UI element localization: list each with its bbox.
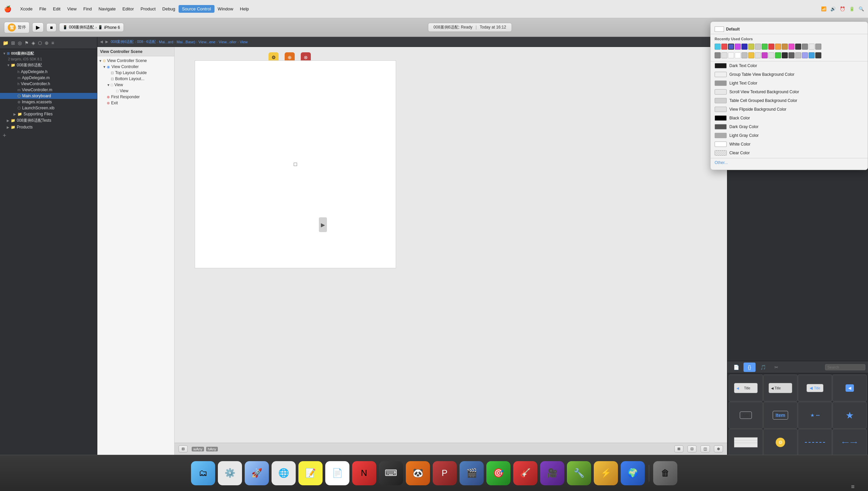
- swatch-red[interactable]: [721, 44, 727, 50]
- menubar-product[interactable]: Product: [137, 5, 159, 13]
- dock-app11[interactable]: 🌍: [621, 461, 645, 485]
- outline-exit[interactable]: ⊗ Exit: [97, 100, 174, 106]
- swatch-dark-blue[interactable]: [741, 44, 748, 50]
- color-item-view-flipside[interactable]: View Flipside Background Color: [711, 105, 868, 114]
- swatch-light-gray[interactable]: [755, 44, 761, 50]
- nav-tests-group[interactable]: ▶ 📁 008案例6适配Tests: [0, 117, 97, 124]
- dock-app3[interactable]: 🐼: [406, 461, 430, 485]
- swatch2-3[interactable]: [728, 52, 734, 58]
- swatch2-4[interactable]: [735, 52, 741, 58]
- lib-tab-objects[interactable]: {}: [743, 363, 756, 372]
- folder-icon[interactable]: 📁: [3, 40, 8, 46]
- lib-item-navbar[interactable]: ◀ Title: [729, 375, 763, 401]
- swatch2-9[interactable]: [768, 52, 775, 58]
- menubar-help[interactable]: Help: [237, 5, 252, 13]
- dock-stickies[interactable]: 📝: [298, 461, 323, 485]
- menubar-window[interactable]: Window: [215, 5, 237, 13]
- menubar-navigate[interactable]: Navigate: [95, 5, 119, 13]
- swatch-yellow[interactable]: [748, 44, 754, 50]
- apple-menu[interactable]: 🍎: [4, 5, 11, 13]
- swatch-near-white[interactable]: [809, 44, 815, 50]
- dock-launchpad[interactable]: 🚀: [245, 461, 269, 485]
- swatch-brown[interactable]: [782, 44, 788, 50]
- color-item-light-gray[interactable]: Light Gray Color: [711, 131, 868, 140]
- dock-app5[interactable]: 🎬: [460, 461, 484, 485]
- color-item-scroll-view[interactable]: Scroll View Textured Background Color: [711, 88, 868, 96]
- stop-button[interactable]: ■: [46, 23, 56, 32]
- nav-project-root[interactable]: ▼ ⊞ 008案例6适配: [0, 50, 97, 57]
- menubar-xcode[interactable]: Xcode: [17, 5, 36, 13]
- color-item-white[interactable]: White Color: [711, 140, 868, 149]
- menubar-find[interactable]: Find: [80, 5, 95, 13]
- lib-tab-media[interactable]: 🎵: [757, 363, 769, 372]
- breadcrumb-part-1[interactable]: 008案例6适配: [111, 39, 134, 44]
- dock-app2[interactable]: ⌨: [379, 461, 403, 485]
- swatch2-12[interactable]: [788, 52, 794, 58]
- swatch-pink[interactable]: [788, 44, 794, 50]
- dock-textedit[interactable]: 📄: [325, 461, 349, 485]
- breadcrumb-nav-fwd[interactable]: ▶: [105, 39, 108, 44]
- swatch-green[interactable]: [762, 44, 768, 50]
- canvas-scale-btn[interactable]: ⊡: [687, 445, 697, 453]
- swatch2-7[interactable]: [755, 52, 761, 58]
- swatch2-1[interactable]: [714, 52, 721, 58]
- nav-supporting-files[interactable]: ▶ 📁 Supporting Files: [0, 111, 97, 117]
- dock-app9[interactable]: 🔧: [567, 461, 591, 485]
- nav-add-group-btn[interactable]: +: [3, 132, 6, 139]
- menubar-edit[interactable]: Edit: [50, 5, 64, 13]
- menubar-debug[interactable]: Debug: [159, 5, 179, 13]
- color-item-table-cell[interactable]: Table Cell Grouped Background Color: [711, 96, 868, 105]
- lib-item-table[interactable]: [729, 429, 763, 456]
- color-item-clear[interactable]: Clear Color: [711, 149, 868, 157]
- swatch2-14[interactable]: [802, 52, 808, 58]
- nav-products-group[interactable]: ▶ 📁 Products: [0, 124, 97, 130]
- swatch-red2[interactable]: [768, 44, 775, 50]
- color-item-light-text[interactable]: Light Text Color: [711, 79, 868, 88]
- lib-item-back-btn[interactable]: ◀ Title: [798, 375, 832, 401]
- color-item-black[interactable]: Black Color: [711, 114, 868, 122]
- outline-vc[interactable]: ▼ ◉ View Controller: [97, 64, 174, 70]
- swatch-gray[interactable]: [802, 44, 808, 50]
- lib-item-edit[interactable]: Edit: [729, 402, 763, 429]
- lib-item-item[interactable]: Item: [763, 402, 797, 429]
- dock-trash[interactable]: 🗑: [653, 461, 677, 485]
- storyboard-area[interactable]: ⚙ ⊕ ⊗ ▶: [174, 47, 727, 443]
- swatch-medium-gray[interactable]: [815, 44, 821, 50]
- menubar-editor[interactable]: Editor: [119, 5, 137, 13]
- scheme-selector[interactable]: 📱 008案例6适配 › 📱 iPhone 6: [59, 23, 124, 32]
- swatch2-2[interactable]: [721, 52, 727, 58]
- outline-view-child[interactable]: □ View: [97, 88, 174, 94]
- nav-search-icon[interactable]: ⊞: [11, 40, 15, 46]
- lib-item-back-btn2[interactable]: ◀: [833, 375, 867, 401]
- lib-item-star[interactable]: ★ •••: [798, 402, 832, 429]
- swatch-orange[interactable]: [775, 44, 781, 50]
- color-item-dark-gray[interactable]: Dark Gray Color: [711, 122, 868, 131]
- canvas-options-btn[interactable]: ⊞: [674, 445, 683, 453]
- menubar-view[interactable]: View: [64, 5, 80, 13]
- nav-main-storyboard[interactable]: ⬡ Main.storyboard: [0, 93, 97, 99]
- nav-appdelegate-m[interactable]: m AppDelegate.m: [0, 75, 97, 81]
- breadcrumb-part-7[interactable]: View: [240, 40, 248, 44]
- phone-canvas[interactable]: [195, 60, 396, 268]
- lib-item-navbar2[interactable]: ◀ Title: [763, 375, 797, 401]
- dock-safari[interactable]: 🌐: [272, 461, 296, 485]
- outline-top-layout[interactable]: ⊡ Top Layout Guide: [97, 70, 174, 76]
- color-item-group-table[interactable]: Group Table View Background Color: [711, 70, 868, 79]
- outline-view-parent[interactable]: ▼ □ View: [97, 82, 174, 88]
- nav-debug-icon[interactable]: ⬡: [38, 40, 42, 46]
- lib-tab-file[interactable]: 📄: [730, 363, 742, 372]
- dock-app7[interactable]: 🎸: [513, 461, 537, 485]
- swatch2-6[interactable]: [748, 52, 754, 58]
- dock-app6[interactable]: 🎯: [486, 461, 511, 485]
- swatch2-16[interactable]: [815, 52, 821, 58]
- breadcrumb-part-4[interactable]: Mai...Base): [177, 40, 195, 44]
- nav-breakpoint-icon[interactable]: ⊕: [45, 40, 49, 46]
- breadcrumb-part-3[interactable]: Mai...ard: [159, 40, 173, 44]
- nav-appdelegate-h[interactable]: h AppDelegate.h: [0, 69, 97, 75]
- lib-item-star2[interactable]: ★: [833, 402, 867, 429]
- nav-images-xcassets[interactable]: ⊛ Images.xcassets: [0, 99, 97, 105]
- dock-app4[interactable]: P: [433, 461, 457, 485]
- lib-tab-snippets[interactable]: ✂: [770, 363, 782, 372]
- swatch-blue-selected[interactable]: [728, 44, 734, 50]
- swatch2-15[interactable]: [809, 52, 815, 58]
